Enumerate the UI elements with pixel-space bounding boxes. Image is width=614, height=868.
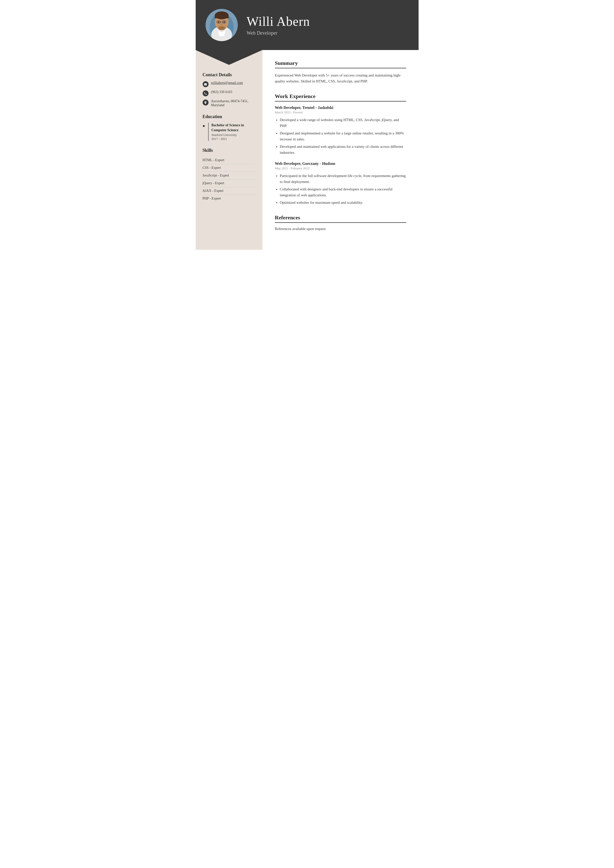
skill-item: HTML - Expert: [203, 157, 256, 164]
contact-section-title: Contact Details: [203, 72, 256, 78]
skills-list: HTML - ExpertCSS - ExpertJavaScript - Ex…: [203, 157, 256, 202]
skill-item: CSS - Expert: [203, 164, 256, 172]
person-title: Web Developer: [247, 30, 310, 36]
summary-text: Experienced Web Developer with 5+ years …: [275, 72, 406, 84]
main-content: Summary Experienced Web Developer with 5…: [263, 50, 418, 250]
edu-bullet-icon: ●: [203, 123, 205, 141]
email-value[interactable]: williabern@gmail.com: [211, 81, 243, 85]
person-name: Willi Abern: [247, 14, 310, 29]
summary-title: Summary: [275, 60, 406, 68]
bullet-item: Designed and implemented a website for a…: [280, 130, 406, 142]
work-experience-section: Work Experience Web Developer, Treutel -…: [275, 93, 406, 206]
edu-content: Bachelor of Science in Computer Science …: [208, 123, 255, 141]
phone-value: (963) 330 6165: [211, 90, 232, 94]
job-bullets: Participated in the full software develo…: [275, 173, 406, 206]
contact-email-item: williabern@gmail.com: [203, 81, 256, 87]
summary-section: Summary Experienced Web Developer with 5…: [275, 60, 406, 84]
job-dates: March 2023 - Present: [275, 110, 406, 115]
avatar: [205, 9, 238, 41]
education-section-title: Education: [203, 114, 256, 119]
email-icon: [203, 81, 208, 87]
address-value: Aurorehaven, 00474-7451, Maryland: [211, 99, 256, 107]
resume-header: Willi Abern Web Developer: [196, 0, 418, 50]
references-section: References References available upon req…: [275, 214, 406, 231]
references-title: References: [275, 214, 406, 223]
svg-point-12: [224, 21, 225, 23]
job-entry: Web Developer, Treutel - JaskolskiMarch …: [275, 105, 406, 155]
bullet-item: Developed and maintained web application…: [280, 144, 406, 155]
references-text: References available upon request: [275, 227, 406, 231]
contact-address-item: Aurorehaven, 00474-7451, Maryland: [203, 99, 256, 107]
svg-rect-5: [215, 16, 229, 18]
skills-section-title: Skills: [203, 148, 256, 153]
skill-item: JavaScript - Expert: [203, 172, 256, 180]
edu-school: Stanford University: [211, 133, 255, 137]
edu-years: 2017 - 2021: [211, 137, 255, 141]
svg-point-7: [218, 26, 225, 30]
job-dates: May 2021 - February 2023: [275, 166, 406, 170]
bullet-item: Participated in the full software develo…: [280, 173, 406, 185]
sidebar: Contact Details williabern@gmail.com: [196, 50, 263, 250]
jobs-container: Web Developer, Treutel - JaskolskiMarch …: [275, 105, 406, 206]
bullet-item: Optimized websites for maximum speed and…: [280, 200, 406, 206]
edu-degree: Bachelor of Science in Computer Science: [211, 123, 255, 132]
contact-phone-item: (963) 330 6165: [203, 90, 256, 96]
bullet-item: Collaborated with designers and back-end…: [280, 186, 406, 198]
bullet-item: Developed a wide range of websites using…: [280, 117, 406, 129]
location-icon: [203, 99, 208, 105]
job-bullets: Developed a wide range of websites using…: [275, 117, 406, 155]
job-title: Web Developer, Treutel - Jaskolski: [275, 105, 406, 110]
sidebar-content: Contact Details williabern@gmail.com: [196, 72, 263, 202]
skill-item: jQuery - Expert: [203, 180, 256, 187]
resume-layout: Contact Details williabern@gmail.com: [196, 50, 418, 250]
work-experience-title: Work Experience: [275, 93, 406, 101]
phone-icon: [203, 90, 208, 96]
job-entry: Web Developer, Gorczany - HudsonMay 2021…: [275, 161, 406, 206]
svg-point-11: [218, 21, 219, 23]
job-title: Web Developer, Gorczany - Hudson: [275, 161, 406, 166]
skill-item: PHP - Expert: [203, 195, 256, 202]
chevron-decoration: [196, 50, 263, 65]
skill-item: AJAX - Expert: [203, 187, 256, 195]
education-item: ● Bachelor of Science in Computer Scienc…: [203, 123, 256, 141]
header-info: Willi Abern Web Developer: [247, 14, 310, 36]
